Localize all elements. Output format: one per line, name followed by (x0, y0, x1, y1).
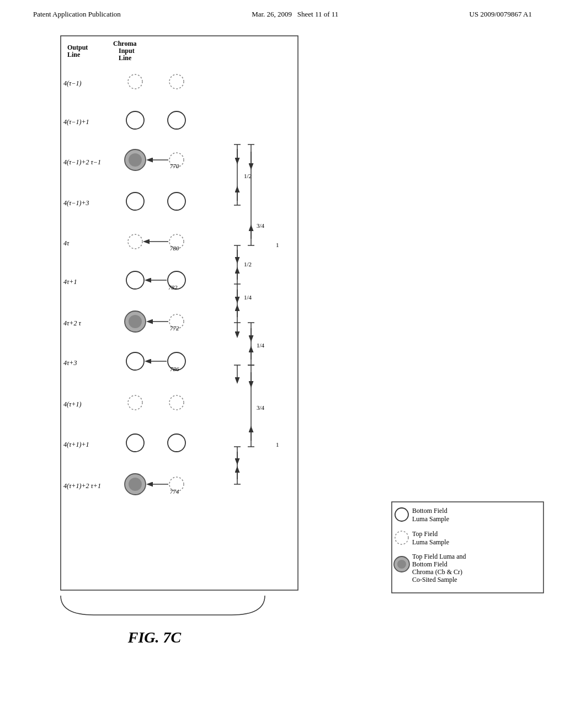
svg-text:4τ+2    τ: 4τ+2 τ (63, 319, 81, 327)
svg-rect-0 (61, 36, 298, 590)
svg-point-78 (128, 395, 142, 410)
header-center: Mar. 26, 2009 Sheet 11 of 11 (252, 10, 338, 19)
svg-text:Top Field: Top Field (412, 530, 438, 538)
svg-text:4(τ+1)+1: 4(τ+1)+1 (63, 441, 89, 448)
svg-point-111 (397, 560, 406, 569)
svg-text:4(τ+1): 4(τ+1) (63, 400, 81, 408)
svg-text:1/2: 1/2 (244, 173, 252, 179)
svg-text:Bottom Field: Bottom Field (412, 560, 447, 568)
svg-text:4τ+1: 4τ+1 (63, 278, 77, 286)
svg-text:Bottom Field: Bottom Field (412, 507, 447, 515)
svg-point-58 (129, 315, 142, 328)
svg-point-26 (126, 192, 144, 210)
svg-point-92 (129, 478, 142, 491)
svg-text:3/4: 3/4 (257, 222, 265, 229)
svg-text:782: 782 (168, 284, 178, 291)
svg-text:1/2: 1/2 (244, 261, 252, 267)
svg-text:786: 786 (170, 366, 179, 372)
svg-text:Line: Line (119, 54, 132, 62)
svg-text:4(τ−1)+2  τ−1: 4(τ−1)+2 τ−1 (63, 158, 101, 166)
svg-point-7 (128, 74, 142, 89)
svg-text:4τ: 4τ (63, 239, 70, 247)
main-diagram-svg: Output Line Chroma Input Line 4(τ−1) 4(τ… (28, 30, 557, 692)
svg-point-41 (126, 271, 144, 289)
svg-text:1/4: 1/4 (257, 342, 265, 349)
svg-text:1: 1 (276, 441, 279, 448)
header-right: US 2009/0079867 A1 (470, 10, 532, 19)
svg-point-79 (169, 395, 184, 410)
svg-text:4(τ−1)+1: 4(τ−1)+1 (63, 118, 89, 126)
svg-text:Chroma: Chroma (113, 40, 136, 47)
svg-text:Output: Output (67, 44, 88, 51)
svg-text:4τ+3: 4τ+3 (63, 359, 77, 367)
svg-point-8 (169, 74, 184, 89)
svg-text:Luma Sample: Luma Sample (412, 538, 449, 546)
svg-point-70 (126, 352, 144, 370)
svg-text:1/4: 1/4 (244, 294, 252, 301)
header-left: Patent Application Publication (33, 10, 121, 19)
svg-text:774: 774 (170, 488, 179, 495)
page-header: Patent Application Publication Mar. 26, … (0, 0, 565, 24)
svg-text:Line: Line (67, 51, 81, 58)
svg-point-14 (129, 153, 142, 167)
svg-point-88 (168, 434, 185, 452)
svg-point-87 (126, 434, 144, 452)
svg-text:4(τ−1): 4(τ−1) (63, 79, 81, 87)
svg-text:Top Field Luma and: Top Field Luma and (412, 553, 466, 560)
svg-point-27 (168, 192, 185, 210)
svg-text:4(τ−1)+3: 4(τ−1)+3 (63, 199, 89, 207)
svg-text:4(τ+1)+2  τ+1: 4(τ+1)+2 τ+1 (63, 482, 101, 490)
svg-text:780: 780 (170, 245, 179, 251)
svg-text:Input: Input (119, 47, 135, 55)
svg-text:772: 772 (170, 325, 179, 331)
svg-point-11 (168, 111, 185, 129)
svg-text:Luma Sample: Luma Sample (412, 515, 449, 523)
svg-point-10 (126, 111, 144, 129)
svg-text:Co-Sited Sample: Co-Sited Sample (412, 576, 457, 584)
svg-text:770: 770 (170, 163, 179, 169)
svg-text:3/4: 3/4 (257, 404, 265, 411)
svg-point-35 (128, 234, 142, 249)
svg-text:Chroma (Cb & Cr): Chroma (Cb & Cr) (412, 568, 462, 576)
svg-text:1: 1 (276, 242, 279, 248)
svg-text:FIG. 7C: FIG. 7C (127, 629, 182, 646)
